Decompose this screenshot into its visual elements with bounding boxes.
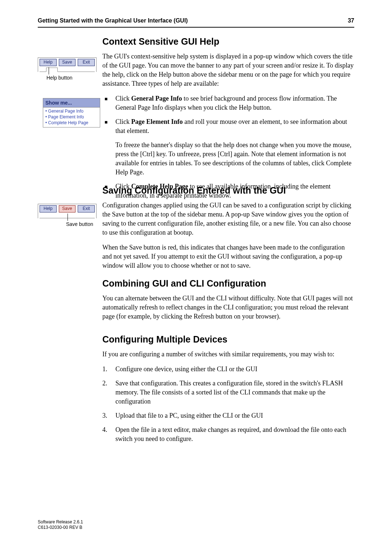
show-me-item-complete[interactable]: Complete Help Page: [43, 120, 100, 126]
page-number: 37: [348, 17, 354, 24]
para-multiple-intro: If you are configuring a number of switc…: [102, 350, 354, 359]
section-combining: Combining GUI and CLI Configuration You …: [102, 278, 354, 327]
figure-caption: Help button: [46, 75, 73, 81]
figure-show-me: Show me... General Page Info Page Elemen…: [43, 98, 102, 127]
show-me-title: Show me...: [43, 98, 100, 108]
step-text: Upload that file to a PC, using either t…: [115, 412, 263, 419]
sub-para-freeze: To freeze the banner's display so that t…: [115, 141, 354, 177]
show-me-item-general[interactable]: General Page Info: [43, 108, 100, 114]
page-footer: Software Release 2.6.1 C613-02030-00 REV…: [38, 519, 83, 530]
button-row: Help Save Exit: [38, 57, 97, 68]
page-header: Getting Started with the Graphical User …: [38, 17, 354, 24]
show-me-panel: Show me... General Page Info Page Elemen…: [43, 98, 100, 127]
bullet-page-element-info: Click Page Element Info and roll your mo…: [102, 117, 354, 177]
para-context-intro: The GUI's context-sensitive help system …: [102, 52, 354, 88]
heading-multiple-devices: Configuring Multiple Devices: [102, 334, 354, 345]
section-context-help: Context Sensitive GUI Help The GUI's con…: [102, 36, 354, 205]
click-label: Click: [115, 95, 131, 102]
section-saving-config: Saving Configuration Entered with the GU…: [102, 185, 354, 276]
step-number: 3.: [102, 411, 112, 420]
heading-combining: Combining GUI and CLI Configuration: [102, 278, 354, 289]
para-combining: You can alternate between the GUI and th…: [102, 294, 354, 321]
step-number: 1.: [102, 365, 112, 374]
footer-release: Software Release 2.6.1: [38, 519, 83, 525]
step-1: 1.Configure one device, using either the…: [102, 365, 354, 374]
exit-button[interactable]: Exit: [78, 59, 95, 66]
step-text: Save that configuration. This creates a …: [115, 380, 343, 405]
heading-saving-config: Saving Configuration Entered with the GU…: [102, 185, 354, 196]
tab-strip: [38, 214, 97, 218]
step-number: 4.: [102, 425, 112, 434]
header-rule: [38, 27, 354, 28]
bold-general-page-info: General Page Info: [131, 95, 182, 102]
callout-line: [68, 214, 68, 221]
figure-help-buttons: Help Save Exit Help button: [38, 57, 97, 72]
callout-line: [49, 67, 49, 74]
figure-save-buttons: Help Save Exit Save button: [38, 204, 97, 218]
click-label: Click: [115, 118, 131, 125]
step-text: Configure one device, using either the C…: [115, 365, 257, 373]
step-number: 2.: [102, 379, 112, 388]
step-2: 2.Save that configuration. This creates …: [102, 379, 354, 406]
tab-strip: [38, 68, 97, 72]
save-button-neutral[interactable]: Save: [59, 59, 76, 66]
bold-page-element-info: Page Element Info: [131, 118, 183, 125]
para-saving-1: Configuration changes applied using the …: [102, 201, 354, 237]
section-multiple-devices: Configuring Multiple Devices If you are …: [102, 334, 354, 449]
exit-button[interactable]: Exit: [78, 205, 95, 212]
heading-context-help: Context Sensitive GUI Help: [102, 36, 354, 47]
step-4: 4.Open the file in a text editor, make c…: [102, 425, 354, 443]
step-3: 3.Upload that file to a PC, using either…: [102, 411, 354, 420]
para-saving-2: When the Save button is red, this indica…: [102, 243, 354, 270]
help-button[interactable]: Help: [40, 59, 57, 66]
bullet-general-page-info: Click General Page Info to see brief bac…: [102, 94, 354, 112]
figure-caption: Save button: [66, 221, 93, 227]
save-button-red[interactable]: Save: [59, 205, 76, 212]
footer-docid: C613-02030-00 REV B: [38, 525, 83, 530]
button-row: Help Save Exit: [38, 204, 97, 214]
step-text: Open the file in a text editor, make cha…: [115, 426, 346, 442]
show-me-item-element[interactable]: Page Element Info: [43, 114, 100, 120]
running-title: Getting Started with the Graphical User …: [38, 17, 188, 24]
help-button[interactable]: Help: [40, 205, 57, 212]
